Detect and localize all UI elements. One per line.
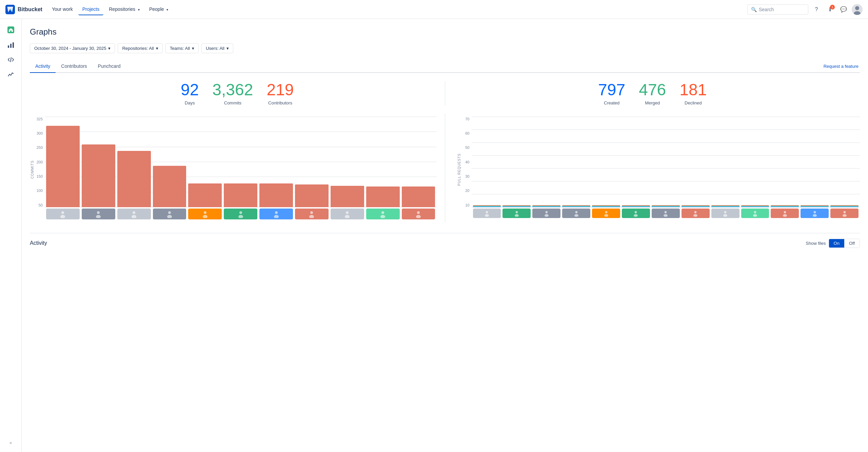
stat-created: 797 Created (598, 81, 625, 105)
pr-bar-wrap-12[interactable] (830, 205, 859, 207)
pr-chart: 70 60 50 40 30 20 10 PULL REQUESTS (445, 114, 860, 222)
svg-point-2 (855, 6, 859, 10)
sidebar: « (0, 19, 22, 452)
commit-avatar-2 (117, 209, 151, 219)
people-chevron-icon: ▾ (166, 8, 168, 12)
sidebar-graph-icon[interactable] (4, 68, 18, 81)
commit-avatar-5 (224, 209, 257, 219)
commits-bars (45, 117, 437, 207)
svg-point-31 (486, 211, 488, 213)
svg-point-56 (843, 214, 847, 217)
svg-point-43 (665, 211, 667, 213)
pr-bar-wrap-0[interactable] (473, 205, 501, 207)
svg-point-17 (204, 211, 206, 214)
tab-activity[interactable]: Activity (30, 60, 56, 73)
svg-point-15 (168, 211, 171, 214)
pr-bars (472, 117, 860, 207)
svg-point-36 (545, 214, 549, 217)
users-filter[interactable]: Users: All ▾ (201, 43, 233, 53)
commit-avatar-10 (402, 209, 435, 219)
app-name: Bitbucket (18, 6, 42, 13)
pr-bar-wrap-10[interactable] (771, 205, 799, 207)
app-logo[interactable]: Bitbucket (5, 5, 42, 14)
repos-filter[interactable]: Repositories: All ▾ (118, 43, 162, 53)
help-button[interactable]: ? (811, 4, 822, 15)
commit-bar-10[interactable] (402, 186, 435, 207)
pr-avatar-6 (652, 209, 680, 218)
date-range-filter[interactable]: October 30, 2024 - January 30, 2025 ▾ (30, 43, 115, 53)
stat-commits-label: Commits (212, 100, 253, 105)
commit-bar-4[interactable] (188, 183, 222, 207)
pr-bar-wrap-6[interactable] (652, 205, 680, 207)
notification-badge: 1 (830, 5, 835, 9)
stats-right: 797 Created 476 Merged 181 Declined (445, 81, 860, 105)
sidebar-home-icon[interactable] (4, 23, 18, 37)
toggle-on-button[interactable]: On (829, 239, 844, 248)
commit-bar-8[interactable] (331, 186, 364, 207)
stat-merged-number: 476 (639, 81, 666, 99)
svg-point-12 (96, 215, 101, 218)
search-input[interactable] (759, 7, 805, 12)
svg-rect-7 (13, 42, 14, 48)
page-title: Graphs (30, 27, 860, 37)
pr-bar-wrap-4[interactable] (592, 205, 620, 207)
svg-point-52 (783, 214, 787, 217)
svg-point-25 (346, 211, 349, 214)
stat-days-label: Days (181, 100, 199, 105)
pr-bar-wrap-9[interactable] (741, 205, 769, 207)
commit-bar-1[interactable] (82, 144, 115, 207)
pr-avatars (472, 209, 860, 221)
svg-rect-6 (10, 44, 12, 48)
nav-people[interactable]: People ▾ (145, 4, 172, 15)
commit-bar-6[interactable] (259, 183, 293, 207)
svg-point-49 (754, 211, 756, 213)
sidebar-code-icon[interactable] (4, 53, 18, 66)
sidebar-expand-button[interactable]: « (7, 438, 15, 448)
search-box[interactable]: 🔍 (747, 4, 808, 15)
commit-bar-5[interactable] (224, 183, 257, 207)
toggle-group: On Off (829, 239, 860, 248)
commit-bar-7[interactable] (295, 184, 329, 207)
commit-bar-3[interactable] (153, 166, 186, 207)
svg-point-23 (310, 211, 313, 214)
chat-button[interactable]: 💬 (838, 4, 849, 15)
commit-bar-0[interactable] (46, 126, 80, 207)
info-button[interactable]: ℹ 1 (825, 4, 835, 15)
svg-point-14 (132, 215, 136, 218)
show-files-label: Show files (806, 241, 826, 246)
pr-y-axis: 70 60 50 40 30 20 10 (453, 117, 472, 207)
commit-bar-2[interactable] (117, 151, 151, 207)
pr-bar-wrap-2[interactable] (532, 205, 560, 207)
tabs-row: Activity Contributors Punchcard Request … (30, 60, 860, 73)
tab-contributors[interactable]: Contributors (56, 60, 92, 73)
svg-point-46 (693, 214, 697, 217)
svg-point-21 (275, 211, 278, 214)
pr-bar-wrap-3[interactable] (562, 205, 590, 207)
stat-declined-number: 181 (679, 81, 707, 99)
teams-filter[interactable]: Teams: All ▾ (165, 43, 199, 53)
pr-bar-wrap-1[interactable] (502, 205, 531, 207)
svg-point-39 (605, 211, 607, 213)
pr-bar-wrap-7[interactable] (682, 205, 710, 207)
pr-avatar-5 (622, 209, 650, 218)
pr-bar-wrap-11[interactable] (801, 205, 829, 207)
pr-avatar-8 (711, 209, 739, 218)
svg-point-22 (274, 215, 279, 218)
commit-bar-9[interactable] (366, 186, 400, 207)
user-avatar[interactable] (852, 4, 863, 15)
pr-bar-wrap-8[interactable] (711, 205, 739, 207)
svg-point-40 (604, 214, 608, 217)
nav-projects[interactable]: Projects (78, 4, 104, 15)
nav-your-work[interactable]: Your work (48, 4, 77, 15)
nav-repositories[interactable]: Repositories ▾ (105, 4, 144, 15)
tab-punchcard[interactable]: Punchcard (93, 60, 126, 73)
svg-point-13 (133, 211, 135, 214)
pr-bar-wrap-5[interactable] (622, 205, 650, 207)
avatar-image (852, 4, 863, 15)
request-feature-link[interactable]: Request a feature (824, 64, 859, 69)
pr-avatar-7 (682, 209, 710, 218)
toggle-off-button[interactable]: Off (844, 239, 860, 248)
sidebar-analytics-icon[interactable] (4, 38, 18, 52)
pr-avatar-12 (830, 209, 859, 218)
commits-avatars (45, 209, 437, 221)
